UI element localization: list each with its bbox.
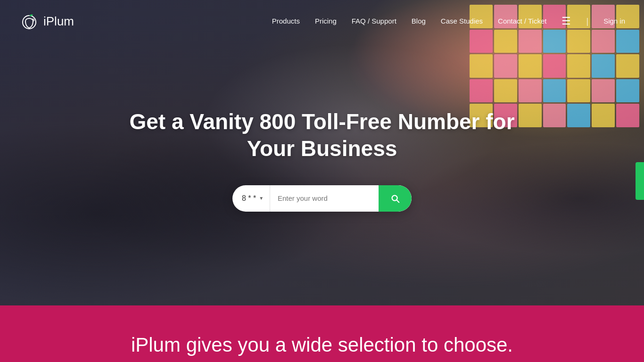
search-button[interactable]	[379, 185, 412, 212]
number-prefix-selector[interactable]: 8 * * ▼	[232, 185, 270, 212]
logo-link[interactable]: iPlum	[19, 11, 74, 32]
search-icon	[390, 193, 400, 204]
bottom-section: iPlum gives you a wide selection to choo…	[0, 305, 644, 362]
prefix-text: 8 * *	[242, 194, 256, 203]
hamburger-menu-icon[interactable]: ☰	[561, 15, 571, 27]
search-bar: 8 * * ▼	[232, 185, 412, 212]
hero-content: Get a Vanity 800 Toll-Free Number for Yo…	[0, 0, 644, 305]
nav-links: Products Pricing FAQ / Support Blog Case…	[272, 15, 625, 27]
navbar: iPlum Products Pricing FAQ / Support Blo…	[0, 0, 644, 42]
nav-divider: |	[586, 16, 588, 26]
side-tab[interactable]	[636, 162, 644, 200]
logo-text: iPlum	[43, 14, 74, 29]
svg-point-0	[23, 16, 36, 29]
nav-pricing[interactable]: Pricing	[315, 17, 337, 25]
bottom-tagline: iPlum gives you a wide selection to choo…	[131, 334, 513, 356]
prefix-dropdown-arrow: ▼	[259, 196, 264, 201]
nav-case-studies[interactable]: Case Studies	[441, 17, 483, 25]
logo-icon	[19, 11, 40, 32]
nav-blog[interactable]: Blog	[412, 17, 426, 25]
hero-title: Get a Vanity 800 Toll-Free Number for Yo…	[129, 108, 515, 163]
nav-contact[interactable]: Contact / Ticket	[498, 17, 546, 25]
hero-section: iPlum Products Pricing FAQ / Support Blo…	[0, 0, 644, 305]
search-input[interactable]	[270, 185, 379, 212]
nav-products[interactable]: Products	[272, 17, 300, 25]
signin-link[interactable]: Sign in	[603, 17, 625, 25]
nav-faq[interactable]: FAQ / Support	[352, 17, 396, 25]
